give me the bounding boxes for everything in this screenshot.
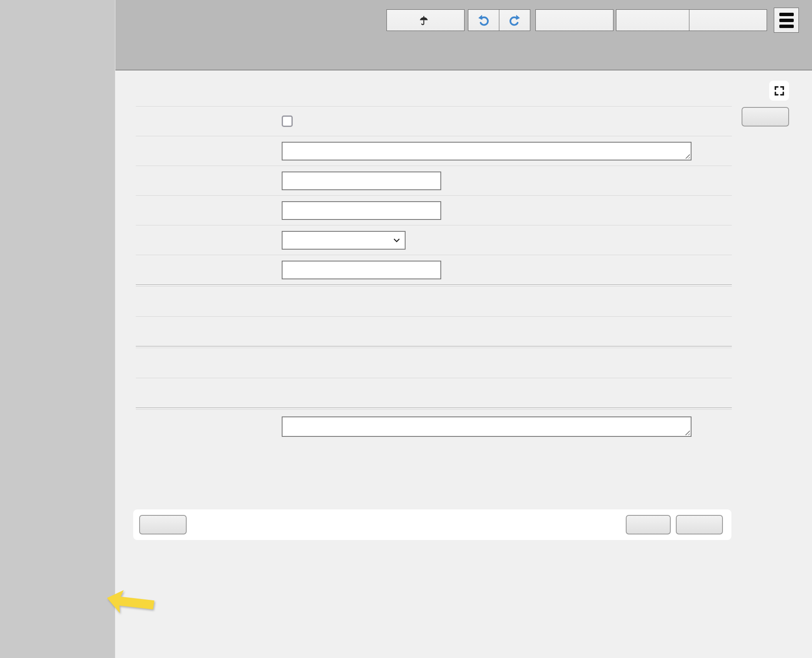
topbar: [115, 0, 812, 70]
redo-icon: [508, 14, 521, 27]
schedule-form: [136, 106, 732, 444]
undo-icon: [477, 14, 490, 27]
menu-button[interactable]: [774, 8, 799, 33]
name-row: [136, 166, 732, 195]
redo-button[interactable]: [499, 9, 530, 31]
policy-grid: [282, 326, 424, 337]
chevron-down-icon: [392, 236, 401, 245]
comment-row: [136, 136, 732, 166]
comment-input[interactable]: [282, 142, 692, 160]
name-input[interactable]: [282, 172, 441, 190]
cancel-button[interactable]: [139, 515, 187, 534]
undo-button[interactable]: [468, 9, 499, 31]
enabled-checkbox[interactable]: [282, 115, 293, 127]
resize-grip-icon[interactable]: [684, 429, 690, 435]
hamburger-icon: [779, 13, 794, 28]
resize-grip-icon[interactable]: [684, 153, 690, 159]
safe-mode-button[interactable]: [386, 9, 465, 31]
policy-row: [136, 316, 732, 346]
interval-row: [136, 255, 732, 284]
main-panel: [115, 0, 812, 658]
remove-button[interactable]: [742, 107, 789, 127]
content-area: [115, 70, 812, 657]
start-time-row: [136, 225, 732, 255]
start-date-input[interactable]: [282, 201, 441, 220]
enabled-row: [136, 106, 732, 136]
tab-terminal[interactable]: [689, 9, 767, 31]
run-count-row: [136, 348, 732, 378]
interval-input[interactable]: [282, 261, 441, 279]
next-run-row: [136, 378, 732, 408]
start-date-row: [136, 195, 732, 225]
webfig-app: [0, 0, 812, 658]
owner-row: [136, 287, 732, 316]
on-event-input[interactable]: [282, 416, 692, 437]
tab-webfig[interactable]: [616, 9, 689, 31]
tab-quick-set[interactable]: [535, 9, 613, 31]
ok-button[interactable]: [676, 515, 723, 534]
fullscreen-icon: [773, 85, 785, 97]
on-event-row: [136, 410, 732, 444]
umbrella-icon: [418, 15, 429, 26]
action-button-bar: [133, 509, 731, 540]
apply-button[interactable]: [626, 515, 671, 534]
start-time-select[interactable]: [282, 231, 406, 250]
sidebar: [0, 0, 115, 658]
fullscreen-button[interactable]: [769, 81, 789, 101]
